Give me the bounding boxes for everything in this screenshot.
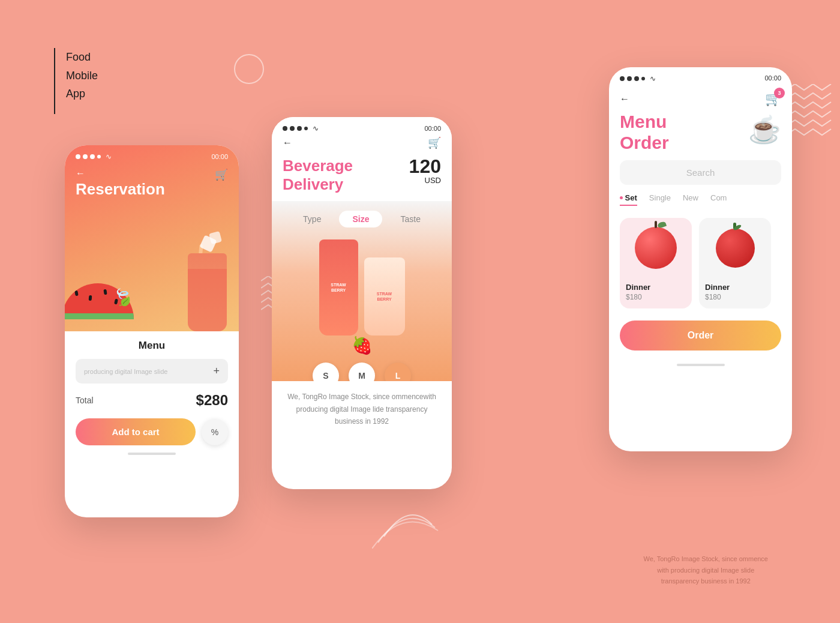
cat-tab-com[interactable]: Com — [710, 193, 727, 206]
apple-stem — [655, 221, 657, 228]
dot4 — [304, 127, 308, 130]
phone2-gradient-section: Type Size Taste STRAWBERRY STRAWBERRY 🍓 — [272, 201, 452, 381]
deco-zigzag-right — [786, 84, 834, 158]
back-arrow-3[interactable]: ← — [620, 94, 629, 104]
product-card-1[interactable]: Dinner $180 — [620, 218, 692, 308]
product-grid: Dinner $180 Dinner $180 — [609, 211, 792, 316]
cup-body — [188, 253, 227, 331]
size-m-button[interactable]: M — [349, 363, 375, 381]
status-dots: ∿ — [76, 152, 112, 161]
order-button[interactable]: Order — [620, 321, 781, 351]
dot2 — [83, 154, 88, 159]
search-bar[interactable]: Search — [620, 160, 781, 185]
bottom-text-line3: transparency business in 1992 — [661, 577, 751, 585]
product-img-area-1 — [620, 218, 692, 278]
ice-cube2 — [209, 231, 222, 244]
label-line3: App — [66, 85, 98, 103]
product-img-area-2 — [699, 218, 771, 278]
total-label: Total — [76, 396, 94, 405]
cart-with-badge: 🛒 3 — [765, 91, 781, 107]
price-block: 120 USD — [409, 157, 441, 185]
percent-icon: % — [211, 427, 218, 437]
status-dots-3: ∿ — [620, 74, 656, 83]
back-arrow-1[interactable]: ← — [76, 168, 85, 179]
cat-tab-new[interactable]: New — [683, 193, 698, 206]
drinks-visual: STRAWBERRY STRAWBERRY — [272, 233, 452, 342]
total-amount: $280 — [196, 392, 228, 409]
price-number: 120 — [409, 157, 441, 176]
seed1 — [74, 290, 78, 296]
tab-size[interactable]: Size — [339, 211, 382, 227]
phone3-menu-order: ∿ 00:00 ← 🛒 3 Menu Order ☕ Search Set Si… — [609, 67, 792, 451]
phone1-reservation: ∿ 00:00 ← 🛒 Reservation — [65, 145, 239, 517]
phone2-description: We, TongRo Image Stock, since ommencewit… — [272, 381, 452, 437]
cat-tab-single[interactable]: Single — [649, 193, 671, 206]
dot1 — [76, 154, 80, 159]
cart-icon-1[interactable]: 🛒 — [215, 168, 228, 181]
phone2-beverage: ∿ 00:00 ← 🛒 Beverage Delivery 120 USD Ty… — [272, 117, 452, 489]
bottom-right-text: We, TongRo Image Stock, since ommence wi… — [644, 553, 768, 587]
size-l-button[interactable]: L — [385, 363, 411, 381]
price-currency: USD — [409, 176, 441, 185]
seed2 — [89, 295, 92, 301]
product-card-2[interactable]: Dinner $180 — [699, 218, 771, 308]
menu-input-row[interactable]: producing digital Image slide + — [76, 359, 228, 384]
dot4 — [641, 77, 645, 80]
status-dots-2: ∿ — [283, 124, 319, 133]
size-buttons-row: S M L — [272, 355, 452, 381]
product-price-1: $180 — [626, 293, 686, 301]
tomato-img — [716, 229, 755, 268]
drink-short-label: STRAWBERRY — [377, 291, 392, 303]
cat-tab-set[interactable]: Set — [620, 193, 637, 206]
phone3-nav-row: ← 🛒 3 — [609, 86, 792, 107]
dot3 — [90, 154, 95, 159]
watermelon-rind — [65, 313, 134, 319]
cart-icon-2[interactable]: 🛒 — [428, 136, 441, 149]
deco-circle — [234, 54, 264, 84]
plus-button[interactable]: + — [213, 365, 220, 378]
coffee-cup-icon: ☕ — [748, 115, 781, 144]
phone1-bottom-section: Menu producing digital Image slide + Tot… — [65, 331, 239, 463]
product-name-1: Dinner — [626, 283, 686, 292]
beverage-title-line2: Delivery — [283, 175, 353, 194]
vertical-divider — [54, 48, 55, 114]
percent-button[interactable]: % — [202, 419, 228, 445]
phone3-status-bar: ∿ 00:00 — [609, 67, 792, 86]
search-placeholder: Search — [686, 167, 715, 178]
drink-tall-label: STRAWBERRY — [331, 282, 346, 294]
add-to-cart-button[interactable]: Add to cart — [76, 418, 196, 445]
deco-curves — [372, 489, 444, 551]
apple-body — [635, 227, 677, 269]
phone2-nav-row: ← 🛒 — [283, 136, 441, 149]
dot4 — [97, 155, 101, 158]
tomato-body — [716, 229, 755, 268]
action-buttons-row: Add to cart % — [76, 418, 228, 445]
dot2 — [290, 126, 295, 131]
menu-title-line1: Menu — [620, 112, 669, 133]
bottom-text-line2: with producing digital Image slide — [657, 567, 754, 574]
wifi-icon: ∿ — [106, 152, 112, 161]
dot3 — [634, 76, 639, 81]
dot2 — [627, 76, 632, 81]
phone2-header: ∿ 00:00 ← 🛒 Beverage Delivery 120 USD — [272, 117, 452, 201]
phone2-desc-text: We, TongRo Image Stock, since ommencewit… — [283, 391, 441, 427]
size-s-button[interactable]: S — [313, 363, 339, 381]
tab-type[interactable]: Type — [303, 214, 321, 224]
total-row: Total $280 — [76, 392, 228, 409]
menu-order-title-block: Menu Order — [620, 112, 669, 153]
cart-badge: 3 — [774, 88, 785, 98]
label-line1: Food — [66, 48, 98, 67]
tab-taste[interactable]: Taste — [400, 214, 420, 224]
product-info-1: Dinner $180 — [620, 278, 692, 308]
back-arrow-2[interactable]: ← — [283, 137, 292, 148]
menu-title-line2: Order — [620, 133, 669, 154]
bottom-text-line1: We, TongRo Image Stock, since ommence — [644, 555, 768, 562]
category-tabs: Set Single New Com — [609, 185, 792, 211]
menu-input-placeholder: producing digital Image slide — [84, 368, 167, 375]
reservation-title: Reservation — [76, 180, 165, 199]
strawberry-deco: 🍓 — [272, 336, 452, 355]
menu-label: Menu — [76, 340, 228, 352]
drink-cup-group — [185, 226, 230, 331]
beverage-title-block: Beverage Delivery — [283, 157, 353, 194]
coffee-cup-group: ☕ — [748, 114, 781, 145]
